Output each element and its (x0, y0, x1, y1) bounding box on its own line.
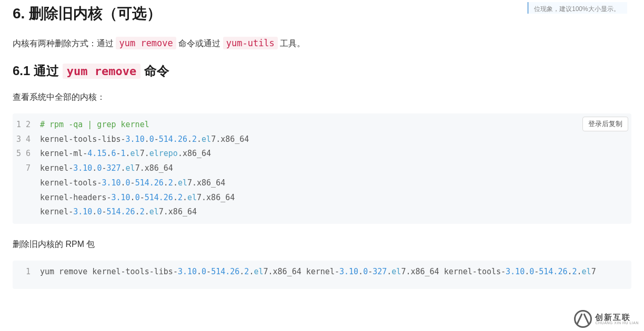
intro-text: 内核有两种删除方式：通过 (13, 39, 116, 48)
inline-code-yum-remove: yum remove (116, 37, 176, 49)
inline-code-yum-utils: yum-utils (223, 37, 278, 49)
subsection-title-pre: 6.1 通过 (13, 64, 63, 78)
inline-code-yum-remove: yum remove (63, 64, 140, 79)
side-note-banner: 位现象，建议100%大小显示。 (527, 2, 627, 14)
copy-button[interactable]: 登录后复制 (582, 117, 628, 131)
para-delete-rpm: 删除旧内核的 RPM 包 (13, 237, 631, 251)
intro-paragraph: 内核有两种删除方式：通过 yum remove 命令或通过 yum-utils … (13, 36, 631, 50)
subsection-title: 6.1 通过 yum remove 命令 (13, 61, 631, 81)
intro-text: 命令或通过 (178, 39, 223, 48)
subsection-title-post: 命令 (144, 64, 169, 78)
line-number-gutter: 1 (13, 265, 40, 285)
intro-text: 工具。 (280, 39, 305, 48)
code-block-list-kernels: 登录后复制 1 2 3 4 5 6 7 # rpm -qa | grep ker… (13, 113, 631, 224)
code-content[interactable]: # rpm -qa | grep kernel kernel-tools-lib… (40, 118, 631, 220)
code-content[interactable]: yum remove kernel-tools-libs-3.10.0-514.… (40, 265, 631, 285)
lead-paragraph: 查看系统中全部的内核： (13, 90, 631, 104)
code-block-yum-remove: 1 yum remove kernel-tools-libs-3.10.0-51… (13, 261, 631, 289)
line-number-gutter: 1 2 3 4 5 6 7 (13, 118, 40, 220)
